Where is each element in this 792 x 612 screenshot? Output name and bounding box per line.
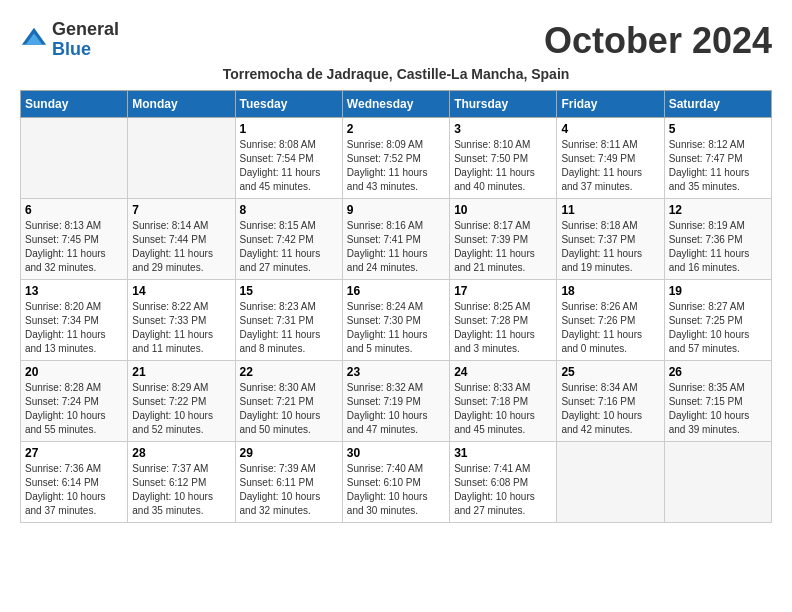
calendar-cell: 19Sunrise: 8:27 AM Sunset: 7:25 PM Dayli… [664, 280, 771, 361]
day-info: Sunrise: 8:27 AM Sunset: 7:25 PM Dayligh… [669, 300, 767, 356]
calendar-cell [128, 118, 235, 199]
calendar-cell: 6Sunrise: 8:13 AM Sunset: 7:45 PM Daylig… [21, 199, 128, 280]
day-info: Sunrise: 8:32 AM Sunset: 7:19 PM Dayligh… [347, 381, 445, 437]
calendar-cell: 27Sunrise: 7:36 AM Sunset: 6:14 PM Dayli… [21, 442, 128, 523]
calendar-week-row: 6Sunrise: 8:13 AM Sunset: 7:45 PM Daylig… [21, 199, 772, 280]
logo: General Blue [20, 20, 119, 60]
calendar-cell: 24Sunrise: 8:33 AM Sunset: 7:18 PM Dayli… [450, 361, 557, 442]
day-info: Sunrise: 8:26 AM Sunset: 7:26 PM Dayligh… [561, 300, 659, 356]
calendar-cell: 5Sunrise: 8:12 AM Sunset: 7:47 PM Daylig… [664, 118, 771, 199]
weekday-header-monday: Monday [128, 91, 235, 118]
calendar-cell: 8Sunrise: 8:15 AM Sunset: 7:42 PM Daylig… [235, 199, 342, 280]
calendar-body: 1Sunrise: 8:08 AM Sunset: 7:54 PM Daylig… [21, 118, 772, 523]
day-info: Sunrise: 8:14 AM Sunset: 7:44 PM Dayligh… [132, 219, 230, 275]
calendar-cell: 28Sunrise: 7:37 AM Sunset: 6:12 PM Dayli… [128, 442, 235, 523]
calendar-cell: 15Sunrise: 8:23 AM Sunset: 7:31 PM Dayli… [235, 280, 342, 361]
calendar-week-row: 20Sunrise: 8:28 AM Sunset: 7:24 PM Dayli… [21, 361, 772, 442]
calendar-cell: 30Sunrise: 7:40 AM Sunset: 6:10 PM Dayli… [342, 442, 449, 523]
day-info: Sunrise: 8:12 AM Sunset: 7:47 PM Dayligh… [669, 138, 767, 194]
calendar-cell: 21Sunrise: 8:29 AM Sunset: 7:22 PM Dayli… [128, 361, 235, 442]
calendar-cell: 16Sunrise: 8:24 AM Sunset: 7:30 PM Dayli… [342, 280, 449, 361]
day-number: 26 [669, 365, 767, 379]
calendar-week-row: 1Sunrise: 8:08 AM Sunset: 7:54 PM Daylig… [21, 118, 772, 199]
day-number: 22 [240, 365, 338, 379]
day-number: 21 [132, 365, 230, 379]
weekday-header-tuesday: Tuesday [235, 91, 342, 118]
calendar-cell [557, 442, 664, 523]
calendar-cell: 11Sunrise: 8:18 AM Sunset: 7:37 PM Dayli… [557, 199, 664, 280]
day-info: Sunrise: 8:08 AM Sunset: 7:54 PM Dayligh… [240, 138, 338, 194]
day-number: 7 [132, 203, 230, 217]
day-info: Sunrise: 8:18 AM Sunset: 7:37 PM Dayligh… [561, 219, 659, 275]
header: General Blue October 2024 [20, 20, 772, 62]
calendar-cell: 20Sunrise: 8:28 AM Sunset: 7:24 PM Dayli… [21, 361, 128, 442]
calendar-cell: 14Sunrise: 8:22 AM Sunset: 7:33 PM Dayli… [128, 280, 235, 361]
logo-general-text: General [52, 19, 119, 39]
calendar-cell: 18Sunrise: 8:26 AM Sunset: 7:26 PM Dayli… [557, 280, 664, 361]
day-info: Sunrise: 8:28 AM Sunset: 7:24 PM Dayligh… [25, 381, 123, 437]
calendar-cell: 22Sunrise: 8:30 AM Sunset: 7:21 PM Dayli… [235, 361, 342, 442]
weekday-header-wednesday: Wednesday [342, 91, 449, 118]
title-section: October 2024 [544, 20, 772, 62]
day-number: 23 [347, 365, 445, 379]
day-number: 17 [454, 284, 552, 298]
calendar-cell: 4Sunrise: 8:11 AM Sunset: 7:49 PM Daylig… [557, 118, 664, 199]
day-info: Sunrise: 8:13 AM Sunset: 7:45 PM Dayligh… [25, 219, 123, 275]
day-info: Sunrise: 7:37 AM Sunset: 6:12 PM Dayligh… [132, 462, 230, 518]
calendar-cell [664, 442, 771, 523]
day-number: 25 [561, 365, 659, 379]
weekday-header-sunday: Sunday [21, 91, 128, 118]
day-info: Sunrise: 8:09 AM Sunset: 7:52 PM Dayligh… [347, 138, 445, 194]
calendar-cell: 25Sunrise: 8:34 AM Sunset: 7:16 PM Dayli… [557, 361, 664, 442]
calendar-cell: 13Sunrise: 8:20 AM Sunset: 7:34 PM Dayli… [21, 280, 128, 361]
calendar-cell: 9Sunrise: 8:16 AM Sunset: 7:41 PM Daylig… [342, 199, 449, 280]
day-info: Sunrise: 7:41 AM Sunset: 6:08 PM Dayligh… [454, 462, 552, 518]
calendar-table: SundayMondayTuesdayWednesdayThursdayFrid… [20, 90, 772, 523]
day-info: Sunrise: 8:25 AM Sunset: 7:28 PM Dayligh… [454, 300, 552, 356]
logo-icon [20, 26, 48, 54]
calendar-cell: 10Sunrise: 8:17 AM Sunset: 7:39 PM Dayli… [450, 199, 557, 280]
day-number: 14 [132, 284, 230, 298]
logo-blue-text: Blue [52, 39, 91, 59]
day-number: 2 [347, 122, 445, 136]
day-number: 6 [25, 203, 123, 217]
day-number: 19 [669, 284, 767, 298]
day-number: 30 [347, 446, 445, 460]
calendar-cell: 1Sunrise: 8:08 AM Sunset: 7:54 PM Daylig… [235, 118, 342, 199]
month-title: October 2024 [544, 20, 772, 62]
day-info: Sunrise: 8:10 AM Sunset: 7:50 PM Dayligh… [454, 138, 552, 194]
day-info: Sunrise: 8:35 AM Sunset: 7:15 PM Dayligh… [669, 381, 767, 437]
day-number: 13 [25, 284, 123, 298]
day-number: 3 [454, 122, 552, 136]
location: Torremocha de Jadraque, Castille-La Manc… [20, 66, 772, 82]
day-info: Sunrise: 7:36 AM Sunset: 6:14 PM Dayligh… [25, 462, 123, 518]
calendar-week-row: 27Sunrise: 7:36 AM Sunset: 6:14 PM Dayli… [21, 442, 772, 523]
day-number: 31 [454, 446, 552, 460]
day-info: Sunrise: 8:15 AM Sunset: 7:42 PM Dayligh… [240, 219, 338, 275]
day-number: 8 [240, 203, 338, 217]
day-number: 28 [132, 446, 230, 460]
day-number: 16 [347, 284, 445, 298]
day-info: Sunrise: 8:23 AM Sunset: 7:31 PM Dayligh… [240, 300, 338, 356]
weekday-header-thursday: Thursday [450, 91, 557, 118]
day-info: Sunrise: 8:30 AM Sunset: 7:21 PM Dayligh… [240, 381, 338, 437]
day-info: Sunrise: 8:19 AM Sunset: 7:36 PM Dayligh… [669, 219, 767, 275]
weekday-header-saturday: Saturday [664, 91, 771, 118]
day-info: Sunrise: 8:20 AM Sunset: 7:34 PM Dayligh… [25, 300, 123, 356]
day-number: 9 [347, 203, 445, 217]
weekday-header-friday: Friday [557, 91, 664, 118]
day-number: 12 [669, 203, 767, 217]
day-number: 11 [561, 203, 659, 217]
day-info: Sunrise: 8:33 AM Sunset: 7:18 PM Dayligh… [454, 381, 552, 437]
day-number: 4 [561, 122, 659, 136]
calendar-cell: 12Sunrise: 8:19 AM Sunset: 7:36 PM Dayli… [664, 199, 771, 280]
day-number: 10 [454, 203, 552, 217]
day-number: 15 [240, 284, 338, 298]
calendar-cell: 23Sunrise: 8:32 AM Sunset: 7:19 PM Dayli… [342, 361, 449, 442]
calendar-cell: 29Sunrise: 7:39 AM Sunset: 6:11 PM Dayli… [235, 442, 342, 523]
day-number: 5 [669, 122, 767, 136]
day-info: Sunrise: 8:22 AM Sunset: 7:33 PM Dayligh… [132, 300, 230, 356]
calendar-cell: 2Sunrise: 8:09 AM Sunset: 7:52 PM Daylig… [342, 118, 449, 199]
day-info: Sunrise: 8:16 AM Sunset: 7:41 PM Dayligh… [347, 219, 445, 275]
day-number: 1 [240, 122, 338, 136]
